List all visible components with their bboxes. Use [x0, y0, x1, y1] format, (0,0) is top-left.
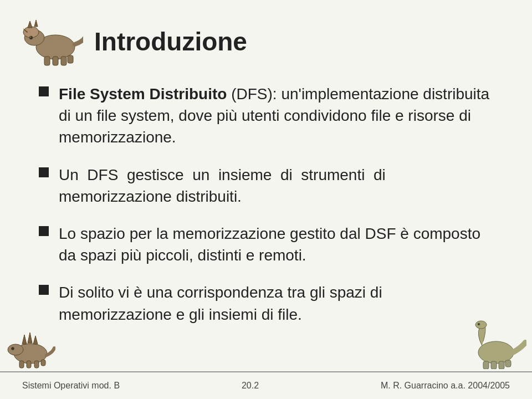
svg-rect-6 — [44, 57, 50, 65]
svg-rect-8 — [61, 57, 66, 65]
bullet-square-1 — [39, 86, 49, 96]
bullet-item-4: Di solito vi è una corrispondenza tra gl… — [39, 282, 499, 325]
slide-content: File System Distribuito (DFS): un'implem… — [22, 83, 510, 325]
bullet-square-2 — [39, 167, 49, 177]
svg-marker-15 — [28, 332, 32, 343]
slide-title: Introduzione — [94, 27, 247, 57]
svg-point-21 — [12, 347, 14, 350]
slide-footer: Sistemi Operativi mod. B 20.2 M. R. Guar… — [0, 371, 532, 399]
slide-header: Introduzione — [22, 11, 510, 66]
svg-rect-9 — [68, 55, 73, 63]
dino-bottom-left-icon — [6, 325, 55, 371]
bullet-text-1: File System Distribuito (DFS): un'implem… — [59, 83, 499, 149]
bullet-square-4 — [39, 285, 49, 295]
bullet-item-1: File System Distribuito (DFS): un'implem… — [39, 83, 499, 149]
svg-rect-18 — [27, 361, 31, 368]
header-dino-icon — [22, 17, 83, 66]
bullet-item-2: Un DFS gestisce un insieme di strumenti … — [39, 164, 499, 207]
svg-marker-14 — [22, 335, 27, 344]
dino-bottom-right-icon — [466, 319, 526, 371]
svg-rect-25 — [491, 361, 497, 369]
svg-point-23 — [475, 321, 487, 329]
bullet-text-4: Di solito vi è una corrispondenza tra gl… — [59, 282, 499, 325]
svg-marker-3 — [28, 21, 32, 28]
svg-point-28 — [478, 323, 480, 325]
footer-center: 20.2 — [242, 381, 259, 391]
bullet-text-3: Lo spazio per la memorizzazione gestito … — [59, 223, 499, 266]
bullet-item-3: Lo spazio per la memorizzazione gestito … — [39, 223, 499, 266]
svg-rect-26 — [499, 361, 504, 369]
footer-left: Sistemi Operativi mod. B — [22, 381, 120, 391]
svg-rect-7 — [53, 57, 58, 65]
svg-rect-27 — [505, 360, 511, 367]
svg-marker-4 — [34, 20, 38, 27]
svg-rect-19 — [34, 361, 39, 368]
svg-rect-20 — [41, 360, 45, 366]
svg-rect-17 — [19, 361, 24, 368]
svg-marker-16 — [33, 336, 38, 344]
svg-rect-24 — [483, 361, 489, 369]
footer-right: M. R. Guarracino a.a. 2004/2005 — [381, 381, 510, 391]
svg-point-11 — [30, 37, 31, 38]
bullet-square-3 — [39, 226, 49, 236]
svg-point-13 — [8, 344, 23, 355]
slide: Introduzione File System Distribuito (DF… — [0, 0, 532, 399]
bullet-text-2: Un DFS gestisce un insieme di strumenti … — [59, 164, 499, 207]
